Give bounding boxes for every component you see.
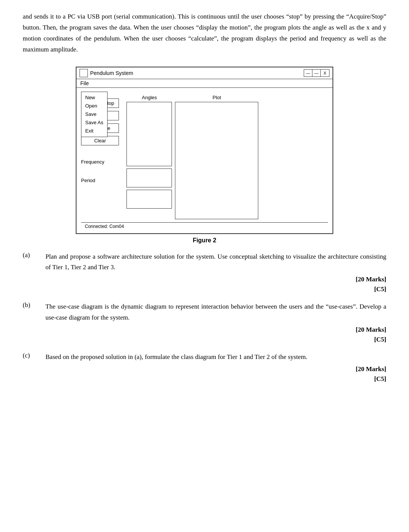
- panels-area: Angles Plot: [126, 95, 258, 219]
- window-icon: [80, 69, 88, 77]
- question-c-category: [C5]: [45, 374, 386, 384]
- intro-paragraph: and sends it to a PC via USB port (seria…: [23, 11, 386, 55]
- questions-section: (a) Plan and propose a software architec…: [23, 251, 386, 384]
- file-menu[interactable]: File: [80, 80, 89, 86]
- question-b: (b) The use-case diagram is the dynamic …: [23, 301, 386, 344]
- question-b-category: [C5]: [45, 335, 386, 345]
- angles-header: Angles: [126, 95, 172, 100]
- question-c-tier-numbers: 2 of the system.: [267, 353, 308, 360]
- window-body: New Open Save Save As Exit Acquire/Stop …: [76, 88, 333, 233]
- question-a-marks-value: [20 Marks]: [45, 275, 386, 284]
- question-a-content: Plan and propose a software architecture…: [45, 251, 386, 294]
- figure-2-container: Pendulum System — — X File New Open Save…: [72, 67, 337, 244]
- statusbar: Connected: Com04: [81, 222, 328, 230]
- question-c-label: (c): [23, 352, 45, 384]
- minimize-button[interactable]: —: [304, 70, 312, 76]
- frequency-display-box: [126, 168, 172, 187]
- question-a-text: Plan and propose a software architecture…: [45, 253, 386, 271]
- angles-display-box: [126, 102, 172, 166]
- question-c-text-1: Based on the proposed solution in (a), f…: [45, 353, 265, 360]
- question-a: (a) Plan and propose a software architec…: [23, 251, 386, 294]
- question-b-text: The use-case diagram is the dynamic diag…: [45, 303, 386, 321]
- window-title: Pendulum System: [90, 70, 133, 76]
- menu-item-new[interactable]: New: [85, 94, 103, 102]
- frequency-label: Frequency: [81, 159, 119, 165]
- question-b-marks-value: [20 Marks]: [45, 325, 386, 335]
- question-b-content: The use-case diagram is the dynamic diag…: [45, 301, 386, 344]
- figure-caption: Figure 2: [193, 237, 216, 244]
- menu-item-save[interactable]: Save: [85, 110, 103, 119]
- close-button[interactable]: X: [321, 70, 329, 76]
- plot-header: Plot: [175, 95, 258, 100]
- period-label: Period: [81, 178, 119, 183]
- question-c: (c) Based on the proposed solution in (a…: [23, 352, 386, 384]
- restore-button[interactable]: —: [312, 70, 321, 76]
- titlebar: Pendulum System — — X: [76, 67, 333, 79]
- menubar[interactable]: File: [76, 79, 333, 88]
- titlebar-left: Pendulum System: [80, 69, 133, 77]
- question-c-content: Based on the proposed solution in (a), f…: [45, 352, 386, 384]
- menu-item-exit[interactable]: Exit: [85, 127, 103, 135]
- pendulum-window: Pendulum System — — X File New Open Save…: [76, 67, 333, 234]
- menu-item-save-as[interactable]: Save As: [85, 119, 103, 127]
- question-a-marks: [20 Marks] [C5]: [45, 275, 386, 294]
- file-dropdown[interactable]: New Open Save Save As Exit: [81, 92, 108, 137]
- question-c-marks-value: [20 Marks]: [45, 364, 386, 374]
- clear-button[interactable]: Clear: [81, 136, 119, 145]
- question-a-label: (a): [23, 251, 45, 294]
- menu-item-open[interactable]: Open: [85, 102, 103, 110]
- question-b-marks: [20 Marks] [C5]: [45, 325, 386, 344]
- question-c-marks: [20 Marks] [C5]: [45, 364, 386, 384]
- period-display-box: [126, 190, 172, 209]
- question-b-label: (b): [23, 301, 45, 344]
- window-controls[interactable]: — — X: [304, 69, 329, 77]
- question-a-category: [C5]: [45, 284, 386, 294]
- plot-display-box: [175, 102, 258, 219]
